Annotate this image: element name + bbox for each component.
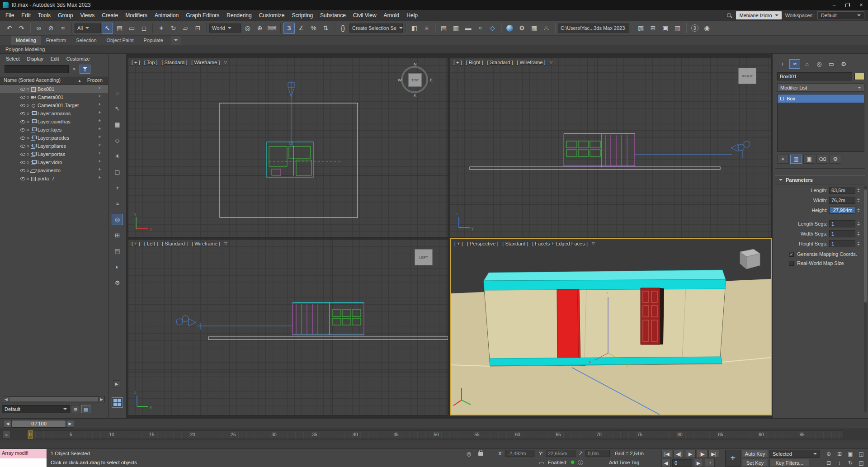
menu-civil-view[interactable]: Civil View [349, 10, 380, 21]
maximize-viewport-toggle-icon[interactable]: ◰ [856, 459, 866, 467]
ribbon-tab-selection[interactable]: Selection [71, 36, 101, 45]
viewport-funnel-icon[interactable]: ▽ [224, 60, 227, 65]
spinner-icon[interactable] [857, 197, 860, 203]
command-panel-scrollbar[interactable] [864, 186, 867, 412]
next-key-button[interactable]: ▶ [694, 459, 703, 467]
width-segs-field[interactable]: 1 [829, 230, 855, 237]
viewport-menu-shading[interactable]: [ Facets + Edged Faces ] [532, 241, 588, 246]
select-and-move-button[interactable]: + [156, 23, 167, 34]
frozen-column-header[interactable]: Frozen [87, 76, 103, 84]
frozen-toggle-icon[interactable]: * [99, 119, 101, 124]
generate-mapping-coords-checkbox[interactable]: ✓ [789, 252, 794, 257]
y-coordinate-field[interactable]: 22,655m [546, 450, 576, 457]
current-frame-field[interactable]: 0 [672, 459, 692, 467]
viewcube-3d[interactable] [740, 249, 760, 269]
viewport-right[interactable]: [ + ] [ Right ] [ Standard ] [ Wireframe… [450, 58, 772, 237]
key-filters-button[interactable]: Key Filters... [769, 459, 809, 467]
add-time-tag[interactable]: Add Time Tag [609, 460, 639, 465]
display-tab-icon[interactable]: ▭ [826, 59, 837, 69]
ribbon-tab-modeling[interactable]: Modeling [11, 36, 41, 45]
viewport-menu-shading[interactable]: [ Wireframe ] [191, 60, 220, 65]
menu-rendering[interactable]: Rendering [223, 10, 255, 21]
perspective-viewport-canvas[interactable]: z x y [451, 239, 771, 415]
reference-coordinate-system-dropdown[interactable]: World [209, 24, 241, 33]
angle-snap-toggle[interactable]: ∠ [296, 23, 307, 34]
width-field[interactable]: 76,2m [829, 197, 855, 204]
spinner-icon[interactable] [857, 207, 860, 213]
selection-lock-icon[interactable] [476, 450, 486, 458]
toggle-layer-explorer-button[interactable]: ▥ [450, 23, 462, 34]
play-button[interactable]: ▶ [685, 450, 696, 458]
eye-icon[interactable] [20, 111, 26, 116]
display-xrefs-icon[interactable]: ⊞ [112, 230, 123, 241]
viewport-funnel-icon[interactable]: ▽ [224, 241, 227, 246]
display-geometry-icon[interactable]: ▦ [112, 119, 123, 130]
stack-item-box[interactable]: Box [778, 94, 864, 103]
explorer-menu-display[interactable]: Display [24, 56, 47, 62]
previous-frame-button[interactable]: ◀| [673, 450, 684, 458]
menu-scripting[interactable]: Scripting [288, 10, 316, 21]
select-by-name-button[interactable]: ▤ [114, 23, 125, 34]
next-frame-button[interactable]: |▶ [697, 450, 708, 458]
zoom-icon[interactable]: ⊕ [824, 450, 834, 458]
select-and-place-button[interactable]: ⊡ [192, 23, 203, 34]
select-and-scale-button[interactable]: ▱ [180, 23, 191, 34]
show-end-result-button[interactable]: ▥ [790, 155, 802, 164]
explorer-row-layer-lajes[interactable]: Layer:lajes* [0, 126, 108, 134]
make-unique-button[interactable]: ▣ [803, 155, 815, 164]
key-mode-dropdown[interactable]: Selected [769, 450, 820, 458]
viewport-menu-standard[interactable]: [ Standard ] [162, 241, 188, 246]
explorer-grid-button[interactable]: ▦ [81, 405, 90, 413]
display-spacewarps-icon[interactable]: ≈ [112, 198, 123, 209]
viewport-menu-plus[interactable]: [ + ] [132, 60, 140, 65]
align-button[interactable]: ≡ [421, 23, 432, 34]
select-and-manipulate-button[interactable]: ⊕ [254, 23, 265, 34]
menu-group[interactable]: Group [54, 10, 76, 21]
explorer-row-layer-portas[interactable]: Layer:portas* [0, 150, 108, 158]
snaps-toggle[interactable]: 3 [283, 23, 295, 34]
frozen-toggle-icon[interactable]: * [99, 95, 101, 99]
eye-icon[interactable] [20, 94, 26, 100]
explorer-row-pavimento[interactable]: pavimento* [0, 166, 108, 175]
time-slider-handle[interactable]: 0 / 100 [12, 420, 66, 428]
menu-edit[interactable]: Edit [18, 10, 34, 21]
render-setup-button[interactable]: ⚙ [516, 23, 528, 34]
modifier-list-dropdown[interactable]: Modifier List [777, 83, 864, 92]
new-scene-explorer-button[interactable]: ▣ [660, 23, 671, 34]
frozen-toggle-icon[interactable]: * [99, 87, 101, 91]
go-to-start-button[interactable]: |◀ [661, 450, 672, 458]
isolate-selection-icon[interactable]: ◎ [464, 450, 474, 458]
menu-customize[interactable]: Customize [255, 10, 288, 21]
track-bar[interactable]: ≈ 0 5 10 15 20 25 30 35 40 45 50 55 60 6… [0, 429, 868, 440]
pan-icon[interactable]: ↕ [835, 459, 844, 467]
scrollbar-thumb[interactable] [9, 397, 98, 401]
unlink-selection-button[interactable]: ⊘ [45, 23, 57, 34]
select-and-link-button[interactable]: ∞ [33, 23, 44, 34]
explorer-preset-dropdown[interactable]: Default [2, 405, 70, 413]
redo-button[interactable]: ↷ [16, 23, 27, 34]
viewport-menu-standard[interactable]: [ Standard ] [161, 60, 187, 65]
eye-icon[interactable] [20, 176, 26, 181]
object-color-swatch[interactable] [854, 73, 864, 80]
spinner-icon[interactable] [857, 231, 860, 237]
frozen-toggle-icon[interactable]: * [99, 168, 101, 173]
spinner-icon[interactable] [857, 187, 860, 193]
degradation-icon[interactable]: ▭ [538, 459, 545, 467]
curve-editor-button[interactable]: ≈ [475, 23, 486, 34]
height-segs-field[interactable]: 1 [829, 240, 855, 247]
named-selection-sets-dropdown[interactable]: Create Selection Se [349, 24, 403, 33]
listener-pink-line[interactable]: Array modifi [0, 449, 47, 458]
rectangular-selection-region-button[interactable]: ▭ [126, 23, 137, 34]
bind-to-space-warp-button[interactable]: ≈ [57, 23, 69, 34]
zoom-extents-all-icon[interactable]: ◱ [856, 450, 866, 458]
viewport-menu-standard[interactable]: [ Standard ] [487, 60, 513, 65]
explorer-row-layer-paredes[interactable]: Layer:paredes* [0, 134, 108, 142]
display-helpers-icon[interactable]: + [112, 182, 123, 193]
eye-icon[interactable] [20, 127, 26, 132]
workspace-select[interactable]: Default [817, 11, 864, 19]
previous-key-button[interactable]: ◀ [661, 459, 670, 467]
menu-views[interactable]: Views [76, 10, 98, 21]
viewport-funnel-icon[interactable]: ▽ [549, 60, 552, 65]
zoom-all-icon[interactable]: ⊞ [835, 450, 844, 458]
mini-curve-editor-button[interactable]: ≈ [2, 431, 10, 439]
